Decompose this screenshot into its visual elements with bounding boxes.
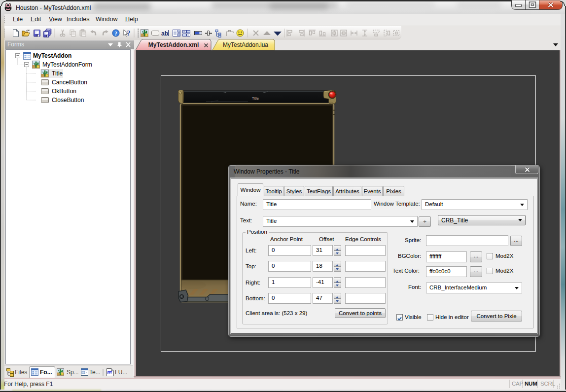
svg-text:Title: Title: [252, 96, 259, 101]
svg-text:ab: ab: [161, 30, 168, 37]
svg-text:?: ?: [127, 30, 131, 37]
svg-text:Lua: Lua: [108, 371, 113, 374]
svg-text:CloseButton: CloseButton: [52, 97, 84, 104]
svg-text:MyTestAddon.xml: MyTestAddon.xml: [148, 41, 199, 48]
svg-text:Title: Title: [52, 70, 63, 77]
svg-text:?: ?: [114, 31, 117, 36]
svg-text:MyTestAddon.lua: MyTestAddon.lua: [223, 41, 268, 48]
svg-text:MyTestAddon: MyTestAddon: [33, 52, 71, 59]
svg-text:Files: Files: [15, 369, 27, 376]
svg-text:CancelButton: CancelButton: [52, 79, 87, 86]
svg-text:Sp...: Sp...: [67, 369, 79, 376]
svg-text:Fo...: Fo...: [40, 369, 52, 376]
svg-text:LU...: LU...: [115, 369, 127, 376]
svg-text:Te...: Te...: [89, 369, 101, 376]
svg-text:OkButton: OkButton: [52, 88, 76, 95]
svg-text:MyTestAddonForm: MyTestAddonForm: [42, 61, 92, 68]
